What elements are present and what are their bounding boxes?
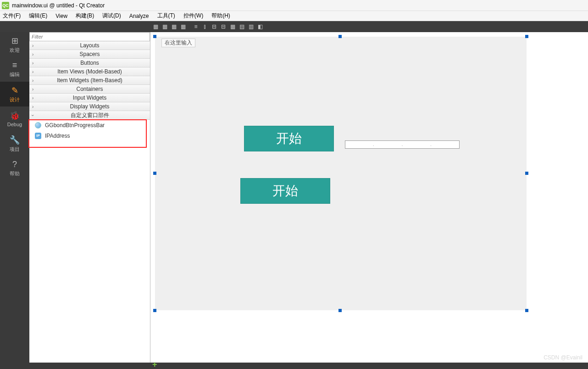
category-buttons[interactable]: ›Buttons bbox=[29, 59, 150, 67]
mode-projects[interactable]: 🔧项目 bbox=[0, 131, 29, 156]
mode-edit[interactable]: ≡编辑 bbox=[0, 57, 29, 82]
menu-file[interactable]: 文件(F) bbox=[3, 12, 21, 20]
widget-icon bbox=[35, 122, 41, 129]
bug-icon: 🐞 bbox=[10, 111, 20, 121]
chevron-right-icon: › bbox=[32, 87, 33, 92]
layout-h-icon[interactable]: ≡ bbox=[192, 22, 200, 31]
pencil-icon: ✎ bbox=[11, 85, 18, 95]
menu-edit[interactable]: 编辑(E) bbox=[29, 12, 47, 20]
qt-creator-logo-icon: QC bbox=[2, 2, 9, 9]
ip-address-input[interactable]: ... bbox=[345, 140, 460, 149]
category-input-widgets[interactable]: ›Input Widgets bbox=[29, 94, 150, 102]
statusbar: + bbox=[0, 363, 588, 369]
category-item-widgets[interactable]: ›Item Widgets (Item-Based) bbox=[29, 76, 150, 85]
menu-view[interactable]: View bbox=[55, 13, 67, 19]
window-titlebar: QC mainwindow.ui @ untitled - Qt Creator bbox=[0, 0, 588, 11]
category-custom[interactable]: ›自定义窗口部件 bbox=[29, 111, 150, 120]
button-start-2[interactable]: 开始 bbox=[240, 178, 330, 204]
widget-ggbond-btn-progressbar[interactable]: GGbondBtnProgressBar bbox=[29, 120, 150, 130]
layout-v-icon[interactable]: ⫿ bbox=[201, 22, 209, 31]
menu-debug[interactable]: 调试(D) bbox=[102, 12, 121, 20]
buddy-icon[interactable]: ▦ bbox=[170, 22, 178, 31]
main-window-form[interactable]: 在这里输入 开始 开始 ... bbox=[155, 37, 527, 310]
category-layouts[interactable]: ›Layouts bbox=[29, 41, 150, 50]
chevron-right-icon: › bbox=[32, 69, 33, 74]
menu-widgets[interactable]: 控件(W) bbox=[183, 12, 203, 20]
menu-tools[interactable]: 工具(T) bbox=[157, 12, 175, 20]
edit-widgets-icon[interactable]: ▦ bbox=[151, 22, 160, 31]
add-icon[interactable]: + bbox=[152, 360, 157, 369]
menu-analyze[interactable]: Analyze bbox=[129, 13, 149, 19]
mode-debug[interactable]: 🐞Debug bbox=[0, 106, 29, 131]
widget-ipaddress[interactable]: IP IPAddress bbox=[29, 130, 150, 141]
menu-help[interactable]: 帮助(H) bbox=[211, 12, 230, 20]
form-editor[interactable]: 在这里输入 开始 开始 ... bbox=[150, 32, 588, 363]
layout-grid-icon[interactable]: ▦ bbox=[228, 22, 237, 31]
mode-bar: ⊞欢迎 ≡编辑 ✎设计 🐞Debug 🔧项目 ?帮助 bbox=[0, 32, 29, 363]
widget-filter-input[interactable] bbox=[29, 32, 150, 41]
adjust-size-icon[interactable]: ◧ bbox=[256, 22, 264, 31]
layout-hsplit-icon[interactable]: ⊟ bbox=[210, 22, 218, 31]
chevron-right-icon: › bbox=[32, 52, 33, 57]
signal-slot-icon[interactable]: ▦ bbox=[161, 22, 169, 31]
watermark-text: CSDN @Evainil bbox=[544, 354, 582, 361]
help-icon: ? bbox=[12, 160, 17, 169]
chevron-right-icon: › bbox=[32, 78, 33, 83]
widget-box: ›Layouts ›Spacers ›Buttons ›Item Views (… bbox=[29, 32, 150, 363]
chevron-right-icon: › bbox=[32, 43, 33, 48]
chevron-right-icon: › bbox=[32, 95, 33, 101]
mode-welcome[interactable]: ⊞欢迎 bbox=[0, 32, 29, 57]
wrench-icon: 🔧 bbox=[10, 135, 20, 145]
layout-vsplit-icon[interactable]: ⊟ bbox=[219, 22, 227, 31]
grid-icon: ⊞ bbox=[11, 36, 18, 46]
category-display-widgets[interactable]: ›Display Widgets bbox=[29, 102, 150, 111]
edit-icon: ≡ bbox=[12, 61, 17, 70]
category-containers[interactable]: ›Containers bbox=[29, 85, 150, 94]
window-title: mainwindow.ui @ untitled - Qt Creator bbox=[12, 2, 105, 9]
layout-form-icon[interactable]: ▤ bbox=[238, 22, 246, 31]
category-spacers[interactable]: ›Spacers bbox=[29, 50, 150, 59]
chevron-right-icon: › bbox=[32, 104, 33, 109]
menu-build[interactable]: 构建(B) bbox=[76, 12, 94, 20]
tab-order-icon[interactable]: ▦ bbox=[179, 22, 187, 31]
designer-toolbar: ▦ ▦ ▦ ▦ ≡ ⫿ ⊟ ⊟ ▦ ▤ ▥ ◧ bbox=[0, 21, 588, 32]
ip-widget-icon: IP bbox=[35, 133, 41, 139]
menubar: 文件(F) 编辑(E) View 构建(B) 调试(D) Analyze 工具(… bbox=[0, 11, 588, 21]
category-item-views[interactable]: ›Item Views (Model-Based) bbox=[29, 67, 150, 76]
chevron-right-icon: › bbox=[32, 61, 33, 66]
chevron-down-icon: › bbox=[30, 114, 35, 116]
menubar-placeholder[interactable]: 在这里输入 bbox=[161, 39, 195, 47]
mode-design[interactable]: ✎设计 bbox=[0, 82, 29, 106]
break-layout-icon[interactable]: ▥ bbox=[247, 22, 255, 31]
button-start-1[interactable]: 开始 bbox=[244, 126, 334, 151]
mode-help[interactable]: ?帮助 bbox=[0, 156, 29, 181]
